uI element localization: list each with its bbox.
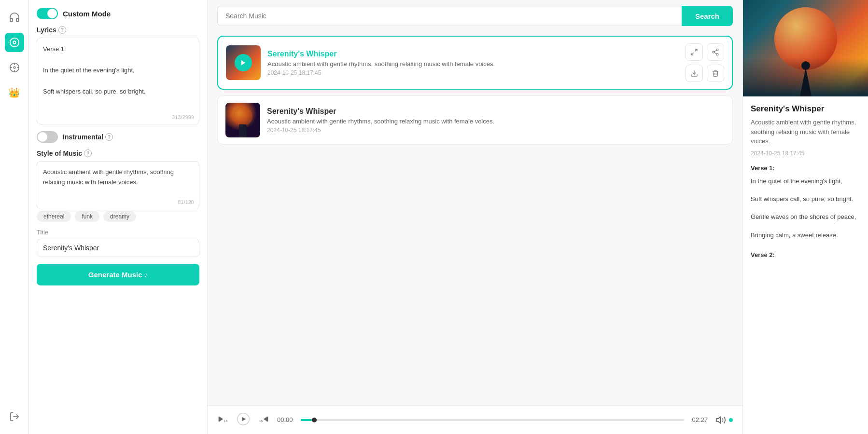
right-verse1-label: Verse 1:	[751, 164, 860, 172]
svg-point-1	[13, 41, 16, 44]
vinyl-nav-btn[interactable]	[5, 58, 24, 77]
play-pause-button[interactable]	[237, 412, 250, 428]
style-char-count: 81/120	[178, 199, 194, 205]
headphone-nav-btn[interactable]	[5, 8, 24, 27]
right-lyrics-line-3: Gentle waves on the shores of peace,	[751, 211, 860, 222]
volume-dot	[729, 418, 733, 422]
logout-btn[interactable]	[9, 411, 20, 424]
svg-line-12	[714, 50, 717, 52]
track-description: Acoustic ambient with gentle rhythms, so…	[267, 60, 679, 68]
delete-button[interactable]	[707, 65, 724, 82]
action-row-top	[686, 43, 724, 61]
player-controls: 15 15	[217, 412, 269, 428]
svg-line-7	[691, 53, 694, 55]
svg-line-6	[695, 49, 697, 52]
track-date: 2024-10-25 18:17:45	[267, 69, 679, 76]
lyrics-box[interactable]: Verse 1: In the quiet of the evening's l…	[37, 38, 199, 124]
svg-point-0	[10, 38, 18, 47]
player-progress-bar[interactable]	[301, 419, 685, 421]
right-song-title: Serenity's Whisper	[751, 104, 860, 114]
svg-point-9	[713, 51, 714, 53]
custom-mode-row: Custom Mode	[37, 8, 199, 19]
svg-marker-23	[716, 417, 720, 423]
fast-forward-button[interactable]: 15	[256, 412, 269, 428]
search-bar-row: Search	[208, 0, 742, 32]
svg-rect-16	[239, 124, 247, 137]
generate-music-button[interactable]: Generate Music ♪	[37, 264, 199, 285]
right-song-desc: Acoustic ambient with gentle rhythms, so…	[751, 118, 860, 146]
tag-dreamy[interactable]: dreamy	[103, 211, 136, 222]
lyrics-text: Verse 1: In the quiet of the evening's l…	[43, 44, 193, 97]
icon-sidebar: 👑	[0, 0, 29, 434]
music-nav-btn[interactable]	[5, 33, 24, 52]
track-info: Serenity's Whisper Acoustic ambient with…	[267, 50, 679, 76]
svg-marker-20	[242, 417, 246, 421]
title-label: Title	[37, 229, 199, 236]
track-thumbnail-2	[225, 103, 260, 137]
style-section: Style of Music ? Acoustic ambient with g…	[37, 149, 199, 222]
svg-text:15: 15	[259, 419, 263, 422]
search-button[interactable]: Search	[682, 6, 733, 26]
expand-button[interactable]	[686, 43, 703, 61]
style-help-icon[interactable]: ?	[84, 149, 92, 157]
instrumental-row: Instrumental ?	[37, 131, 199, 143]
track-card[interactable]: Serenity's Whisper Acoustic ambient with…	[217, 36, 733, 90]
share-button[interactable]	[707, 43, 724, 61]
svg-point-3	[14, 67, 15, 68]
track-title: Serenity's Whisper	[267, 50, 679, 58]
player-progress-dot	[312, 418, 317, 422]
title-input[interactable]	[37, 239, 199, 257]
track-description-2: Acoustic ambient with gentle rhythms, so…	[267, 118, 725, 125]
svg-line-11	[714, 53, 717, 54]
player-progress-fill	[301, 419, 312, 421]
rewind-button[interactable]: 15	[217, 412, 231, 428]
track-card[interactable]: Serenity's Whisper Acoustic ambient with…	[217, 95, 733, 145]
lyrics-section: Lyrics ? Verse 1: In the quiet of the ev…	[37, 26, 199, 124]
lyrics-label: Lyrics ?	[37, 26, 199, 34]
bottom-player: 15 15 00:00	[208, 405, 742, 434]
play-button[interactable]	[235, 54, 252, 71]
right-verse2-label: Verse 2:	[751, 251, 860, 258]
player-time-left: 00:00	[277, 416, 293, 423]
track-actions	[686, 43, 724, 82]
lyrics-char-count: 313/2999	[172, 114, 194, 120]
track-info-2: Serenity's Whisper Acoustic ambient with…	[267, 107, 725, 134]
style-text: Acoustic ambient with gentle rhythms, so…	[43, 167, 193, 188]
right-lyrics-line-2: Soft whispers call, so pure, so bright.	[751, 193, 860, 204]
search-input[interactable]	[217, 6, 682, 26]
svg-text:15: 15	[224, 419, 227, 422]
style-label: Style of Music ?	[37, 149, 199, 157]
volume-icon[interactable]	[715, 415, 726, 425]
custom-mode-label: Custom Mode	[63, 10, 111, 18]
right-details: Serenity's Whisper Acoustic ambient with…	[743, 96, 868, 266]
tracks-list: Serenity's Whisper Acoustic ambient with…	[208, 32, 742, 405]
track-thumbnail	[226, 45, 261, 80]
right-song-date: 2024-10-25 18:17:45	[751, 150, 860, 157]
tag-funk[interactable]: funk	[75, 211, 99, 222]
right-cover	[743, 0, 868, 96]
right-lyrics-line-4: Bringing calm, a sweet release.	[751, 230, 860, 241]
crown-icon: 👑	[8, 87, 20, 98]
person-silhouette	[800, 68, 812, 96]
instrumental-label: Instrumental ?	[63, 133, 113, 141]
left-panel: Custom Mode Lyrics ? Verse 1: In the qui…	[29, 0, 208, 434]
tag-ethereal[interactable]: ethereal	[37, 211, 71, 222]
svg-rect-21	[267, 416, 268, 421]
lyrics-help-icon[interactable]: ?	[58, 26, 66, 34]
instrumental-help-icon[interactable]: ?	[105, 133, 113, 141]
svg-point-15	[233, 107, 252, 126]
download-button[interactable]	[686, 65, 703, 82]
action-row-bottom	[686, 65, 724, 82]
custom-mode-toggle[interactable]	[37, 8, 58, 19]
title-section: Title	[37, 229, 199, 257]
player-volume	[715, 415, 733, 425]
style-box[interactable]: Acoustic ambient with gentle rhythms, so…	[37, 161, 199, 209]
svg-rect-17	[219, 416, 220, 421]
center-panel: Search Serenity's Whisper Acoustic ambie…	[208, 0, 742, 434]
svg-marker-5	[241, 60, 245, 66]
svg-point-10	[716, 54, 718, 55]
person-head	[801, 61, 810, 70]
svg-point-8	[716, 49, 718, 51]
instrumental-toggle[interactable]	[37, 131, 58, 143]
track-title-2: Serenity's Whisper	[267, 107, 725, 116]
